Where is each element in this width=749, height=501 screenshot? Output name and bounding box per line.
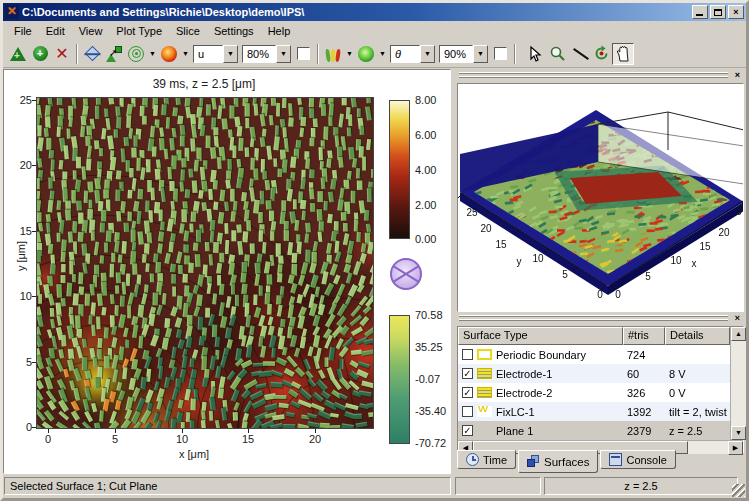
periodic-boundary-icon: [477, 349, 492, 360]
wand-tool-button[interactable]: [81, 43, 103, 65]
rotate-tool-button[interactable]: [590, 43, 612, 65]
view3d-xtick: 10: [670, 255, 681, 266]
y-tick-label: 5: [10, 356, 32, 368]
close-button[interactable]: ×: [728, 5, 744, 19]
opacity-combo-arrow[interactable]: ▼: [276, 45, 291, 63]
director-plot-button[interactable]: [322, 43, 344, 65]
x-tick-label: 10: [170, 433, 194, 445]
director-plot-viewport[interactable]: [36, 97, 374, 429]
menu-bar: File Edit View Plot Type Slice Settings …: [3, 21, 746, 40]
menu-plot-type[interactable]: Plot Type: [109, 23, 169, 39]
plot-title: 39 ms, z = 2.5 [μm]: [34, 77, 374, 91]
menu-view[interactable]: View: [72, 23, 110, 39]
status-text: Selected Surface 1; Cut Plane: [10, 480, 157, 492]
electrode-icon: [477, 368, 492, 379]
visibility-checkbox[interactable]: ✓: [462, 368, 473, 379]
visibility-checkbox[interactable]: ✓: [462, 425, 473, 436]
select-tool-button[interactable]: [524, 43, 546, 65]
angle-opacity-combo[interactable]: 90% ▼: [439, 45, 488, 63]
y-tick-label: 25: [10, 94, 32, 106]
tris-count: 60: [623, 368, 665, 380]
status-message: Selected Surface 1; Cut Plane: [4, 477, 451, 495]
vertical-scrollbar[interactable]: ▲ ▼: [730, 327, 746, 440]
menu-edit[interactable]: Edit: [39, 23, 72, 39]
angle-combo-arrow[interactable]: ▼: [420, 45, 435, 63]
tab-surfaces[interactable]: Surfaces: [518, 450, 598, 473]
bring-front-button[interactable]: ➚: [103, 43, 125, 65]
resize-grip[interactable]: [732, 484, 745, 497]
tris-count: 326: [623, 387, 665, 399]
table-row[interactable]: FixLC-1 1392 tilt = 2, twist =: [458, 402, 730, 421]
table-header: Surface Type #tris Details: [458, 327, 730, 345]
tab-time[interactable]: Time: [457, 450, 516, 469]
plot-panel: 39 ms, z = 2.5 [μm] 25 20 15 10 5 0 y [μ…: [3, 69, 451, 474]
add-triangle-button[interactable]: [7, 43, 29, 65]
delete-icon: ✕: [55, 46, 68, 62]
hot-colormap-button[interactable]: [158, 43, 180, 65]
minimize-button[interactable]: [692, 5, 708, 19]
line-icon: [571, 46, 587, 62]
director-plot-dropdown[interactable]: ▼: [344, 43, 355, 65]
tab-label: Time: [483, 454, 507, 466]
visibility-checkbox[interactable]: [462, 406, 473, 417]
table-row[interactable]: ✓Electrode-2 326 0 V: [458, 383, 730, 402]
x-tick-label: 5: [103, 433, 127, 445]
table-row-selected[interactable]: ✓Plane 1 2379 z = 2.5: [458, 421, 730, 440]
variable-combo[interactable]: u ▼: [193, 45, 238, 63]
surface-name: Electrode-2: [496, 387, 552, 399]
angle-opacity-combo-value[interactable]: 90%: [439, 45, 473, 63]
angle-opacity-combo-arrow[interactable]: ▼: [473, 45, 488, 63]
variable-combo-value[interactable]: u: [193, 45, 223, 63]
delete-button[interactable]: ✕: [51, 43, 73, 65]
plane-icon: [477, 425, 492, 436]
green-colormap-dropdown[interactable]: ▼: [377, 43, 388, 65]
pan-tool-button[interactable]: [612, 43, 634, 65]
title-bar[interactable]: ✕ C:\Documents and Settings\Richie\Deskt…: [3, 3, 746, 21]
dock-close-icon[interactable]: ×: [732, 70, 743, 81]
hot-colormap-dropdown[interactable]: ▼: [180, 43, 191, 65]
zoom-tool-button[interactable]: [546, 43, 568, 65]
dock-grip[interactable]: [459, 315, 728, 323]
add-point-button[interactable]: +: [29, 43, 51, 65]
angle-combo[interactable]: θ ▼: [390, 45, 435, 63]
surface-details: tilt = 2, twist =: [665, 406, 730, 418]
surfaces-dock-header[interactable]: ×: [457, 314, 744, 324]
dock-close-icon[interactable]: ×: [732, 313, 743, 324]
maximize-button[interactable]: [710, 5, 726, 19]
table-row[interactable]: ✓Electrode-1 60 8 V: [458, 364, 730, 383]
table-row[interactable]: Periodic Boundary 724: [458, 345, 730, 364]
tab-console[interactable]: Console: [600, 450, 675, 469]
view3d-xtick: 5: [645, 271, 651, 282]
colorbar-tick: 6.00: [415, 129, 455, 141]
contour-plot-button[interactable]: [125, 43, 147, 65]
dock-grip[interactable]: [459, 72, 728, 80]
column-surface-type[interactable]: Surface Type: [458, 327, 623, 345]
menu-file[interactable]: File: [7, 23, 39, 39]
colormap1-checkbox[interactable]: [297, 47, 310, 60]
colormap2-checkbox[interactable]: [494, 47, 507, 60]
view3d-dock-header[interactable]: ×: [457, 71, 744, 81]
contour-plot-dropdown[interactable]: ▼: [147, 43, 158, 65]
line-tool-button[interactable]: [568, 43, 590, 65]
surface-details: z = 2.5: [665, 425, 730, 437]
menu-help[interactable]: Help: [261, 23, 298, 39]
column-details[interactable]: Details: [665, 327, 730, 345]
variable-combo-arrow[interactable]: ▼: [223, 45, 238, 63]
electrode-icon: [477, 387, 492, 398]
scroll-up-icon[interactable]: ▲: [731, 327, 746, 341]
lc-director-plot[interactable]: [37, 98, 373, 428]
view3d-viewport[interactable]: 25 20 15 10 5 y 0 0 5 10 15 20 x 0: [457, 83, 744, 312]
angle-combo-value[interactable]: θ: [390, 45, 420, 63]
menu-settings[interactable]: Settings: [207, 23, 261, 39]
opacity-combo-value[interactable]: 80%: [242, 45, 276, 63]
opacity-combo[interactable]: 80% ▼: [242, 45, 291, 63]
y-tick-label: 20: [10, 159, 32, 171]
green-colormap-button[interactable]: [355, 43, 377, 65]
x-tick-label: 20: [303, 433, 327, 445]
visibility-checkbox[interactable]: ✓: [462, 387, 473, 398]
visibility-checkbox[interactable]: [462, 349, 473, 360]
y-axis-label: y [μm]: [15, 231, 27, 281]
menu-slice[interactable]: Slice: [169, 23, 207, 39]
scroll-down-icon[interactable]: ▼: [731, 426, 746, 440]
column-tris[interactable]: #tris: [623, 327, 665, 345]
